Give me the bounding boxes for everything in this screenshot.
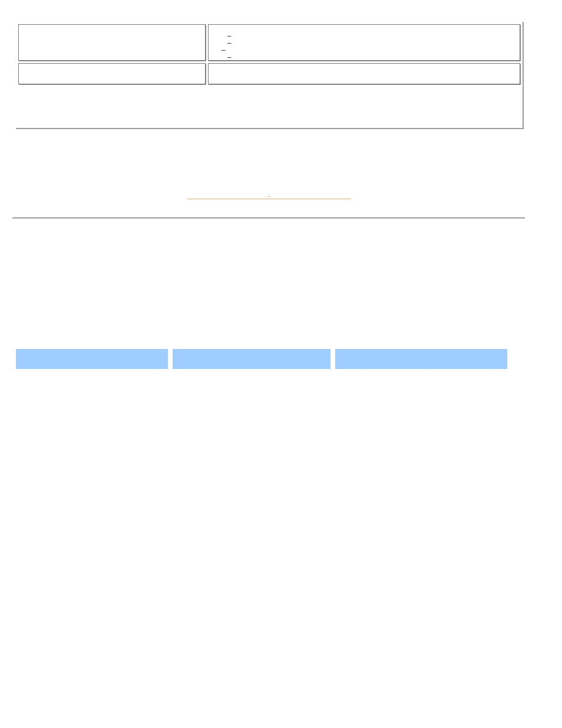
bullet-list xyxy=(213,28,515,57)
header-cell xyxy=(173,349,330,369)
page xyxy=(0,0,562,728)
cell-row2-colA xyxy=(18,63,206,84)
section-link-row xyxy=(16,187,523,199)
list-item xyxy=(227,28,515,35)
table-row xyxy=(18,63,520,84)
header-cell xyxy=(335,349,507,369)
top-table xyxy=(16,22,523,87)
cell-row2-colB xyxy=(208,63,520,84)
list-item xyxy=(227,50,515,57)
list-item xyxy=(222,42,515,50)
divider xyxy=(12,218,525,218)
section-link[interactable] xyxy=(187,187,351,199)
list-item xyxy=(227,35,515,42)
header-cell xyxy=(16,349,168,369)
section-link-label xyxy=(268,187,270,197)
table-row xyxy=(18,24,520,61)
cell-row1-colA xyxy=(18,24,206,61)
header-row xyxy=(16,349,507,369)
cell-row1-colB xyxy=(208,24,520,61)
